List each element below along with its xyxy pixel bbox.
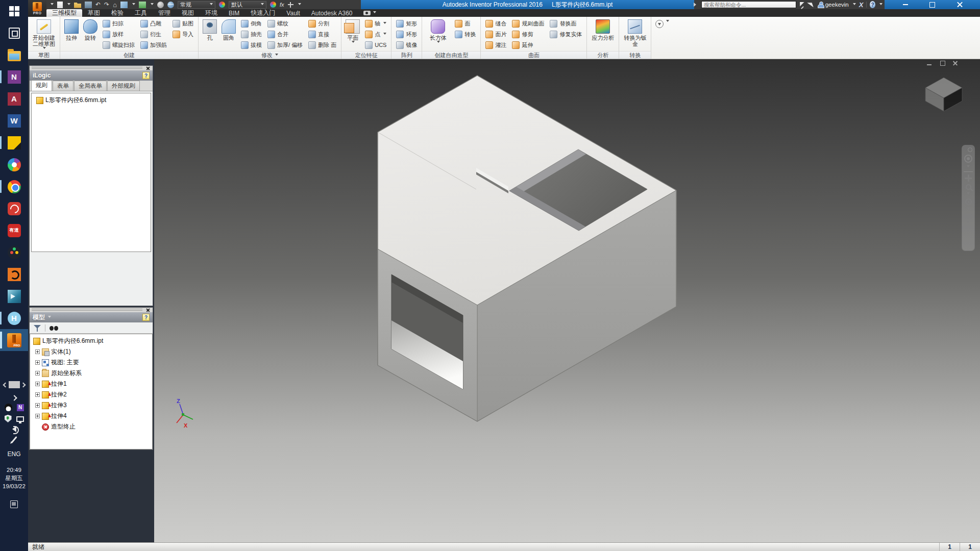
globe-icon[interactable] (167, 2, 174, 8)
minimize-button[interactable] (900, 1, 911, 8)
save-icon[interactable] (85, 2, 92, 8)
taskbar-item-inventor[interactable]: PRO (0, 329, 28, 351)
iproperties-icon[interactable] (157, 2, 164, 8)
ilogic-panel-grip[interactable] (30, 66, 153, 70)
replace-face-button[interactable]: 替换面 (548, 18, 584, 29)
extend-button[interactable]: 延伸 (510, 40, 546, 50)
circular-pattern-button[interactable]: 环形 (394, 29, 419, 39)
mirror-button[interactable]: 镜像 (394, 40, 419, 50)
plane-button[interactable]: 平面 (344, 18, 361, 44)
ilogic-rule-item[interactable]: L形零件内径6.6mm.ipt (33, 95, 149, 106)
tab-view[interactable]: 视图 (176, 9, 200, 17)
expand-icon[interactable] (35, 382, 40, 386)
appearance-color-wheel-icon[interactable] (270, 2, 276, 8)
n-app-tray-icon[interactable]: N (17, 404, 24, 411)
tree-item-view-main[interactable]: 视图: 主要 (30, 357, 152, 368)
app-menu-caret-icon[interactable] (51, 3, 54, 7)
exchange-apps-icon[interactable]: X (859, 1, 864, 9)
ilogic-help-icon[interactable]: ? (142, 72, 150, 79)
group-label-create[interactable]: 创建 (60, 51, 198, 59)
freeform-box-button[interactable]: 长方体 (425, 18, 451, 44)
tree-item-extrusion-4[interactable]: 拉伸4 (30, 411, 152, 421)
tree-item-part[interactable]: L形零件内径6.6mm.ipt (30, 336, 152, 346)
ribbon-collapse-caret-icon[interactable] (666, 20, 669, 23)
tab-get-started[interactable]: 快速入门 (245, 9, 281, 17)
ilogic-tab-forms[interactable]: 表单 (53, 81, 74, 91)
model-canvas[interactable]: Z X (154, 59, 980, 542)
tree-item-origin[interactable]: 原始坐标系 (30, 368, 152, 379)
freeform-face-button[interactable]: 面 (453, 18, 478, 29)
browser-filter-icon[interactable] (34, 324, 41, 332)
group-label-work-features[interactable]: 定位特征 (341, 51, 391, 59)
navbar-wheel-caret-icon[interactable] (967, 165, 970, 169)
view-cube[interactable] (925, 78, 962, 111)
draft-button[interactable]: 拔模 (239, 40, 264, 50)
ilogic-close-icon[interactable] (145, 66, 151, 70)
tab-3d-model[interactable]: 三维模型 (46, 9, 82, 17)
model-panel-close-icon[interactable] (145, 308, 151, 312)
tree-item-end-of-part[interactable]: 造型终止 (30, 421, 152, 432)
freeform-convert-button[interactable]: 转换 (453, 29, 478, 39)
new-file-icon[interactable] (57, 2, 63, 8)
help-search-input[interactable] (701, 1, 796, 8)
image-icon[interactable] (120, 2, 128, 8)
tree-item-solid-bodies[interactable]: 实体(1) (30, 346, 152, 357)
taskbar-item-word[interactable]: W (0, 110, 28, 132)
orbit-button[interactable] (965, 198, 972, 205)
ilogic-tab-external-rules[interactable]: 外部规则 (107, 81, 140, 91)
shell-button[interactable]: 抽壳 (239, 29, 264, 39)
taskbar-scroll-left-icon[interactable] (3, 382, 8, 387)
derive-button[interactable]: 衍生 (138, 29, 169, 39)
taskbar-item-picasa[interactable] (0, 154, 28, 176)
rectangular-pattern-button[interactable]: 矩形 (394, 18, 419, 29)
taskbar-item-netease-music[interactable] (0, 197, 28, 219)
help-icon[interactable]: ? (870, 1, 875, 8)
ilogic-tab-rules[interactable]: 规则 (31, 80, 52, 91)
delete-face-button[interactable]: 删除 面 (306, 40, 338, 50)
model-help-icon[interactable]: ? (142, 314, 150, 321)
taskbar-scroll-right-icon[interactable] (20, 382, 26, 387)
document-restore-button[interactable] (939, 60, 946, 66)
graphics-viewport[interactable]: Z X (154, 59, 980, 542)
action-center-icon[interactable] (10, 500, 18, 508)
look-at-button[interactable] (965, 214, 972, 218)
split-button[interactable]: 分割 (306, 18, 338, 29)
zoom-button[interactable] (966, 184, 971, 190)
expand-icon[interactable] (35, 392, 40, 397)
document-close-button[interactable] (952, 60, 959, 66)
taskbar-item-sticky-notes[interactable] (0, 132, 28, 154)
group-label-convert[interactable]: 转换 (619, 51, 651, 59)
tab-tools[interactable]: 工具 (129, 9, 153, 17)
ilogic-panel-header[interactable]: iLogic ? (30, 70, 153, 81)
hole-button[interactable]: 孔 (201, 18, 218, 41)
defender-tray-icon[interactable] (5, 415, 12, 422)
qq-tray-icon[interactable] (5, 404, 12, 411)
document-settings-caret-icon[interactable] (151, 3, 154, 7)
document-settings-icon[interactable] (139, 2, 146, 8)
volume-tray-icon[interactable] (9, 426, 16, 432)
tab-autodesk-a360[interactable]: Autodesk A360 (306, 9, 358, 17)
tab-bim[interactable]: BIM (223, 9, 245, 17)
convert-to-sheet-metal-button[interactable]: 转换为钣金 (622, 18, 648, 47)
tray-expand-icon[interactable] (11, 395, 17, 400)
group-label-pattern[interactable]: 阵列 (391, 51, 422, 59)
taskbar-item-chrome[interactable] (0, 176, 28, 197)
expand-icon[interactable] (35, 414, 40, 418)
navbar-options-caret-icon[interactable] (967, 221, 970, 224)
tab-inspect[interactable]: 检验 (106, 9, 129, 17)
ilogic-rule-list[interactable]: L形零件内径6.6mm.ipt (31, 93, 151, 252)
restore-button[interactable] (927, 1, 938, 8)
decal-button[interactable]: 贴图 (170, 18, 195, 29)
taskbar-scroll-thumb[interactable] (9, 381, 20, 388)
document-minimize-button[interactable] (926, 60, 933, 66)
model-l-part[interactable] (378, 76, 676, 421)
model-panel-grip[interactable] (30, 308, 153, 312)
group-label-surface[interactable]: 曲面 (481, 51, 586, 59)
model-panel-header[interactable]: 模型 ? (30, 312, 153, 322)
taskbar-item-h-app[interactable]: H (0, 307, 28, 329)
material-selector[interactable]: 常规 (178, 1, 215, 9)
revolve-button[interactable]: 旋转 (82, 18, 99, 41)
taskbar-item-davinci-resolve[interactable] (0, 241, 28, 263)
stress-analysis-button[interactable]: 应力分析 (590, 18, 616, 41)
pan-button[interactable] (965, 174, 972, 182)
